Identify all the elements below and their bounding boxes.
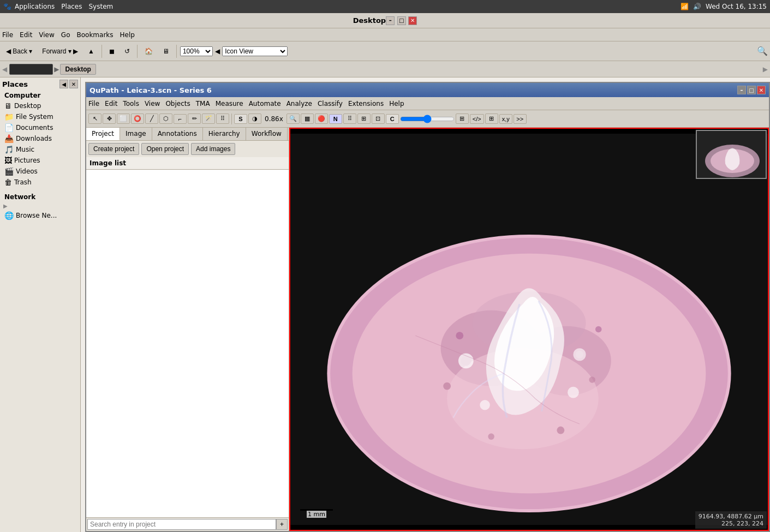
qp-menu-objects[interactable]: Objects [165,100,190,107]
fm-menu-file[interactable]: File [2,31,13,39]
qp-btn-annot[interactable]: 🔴 [315,113,328,124]
qp-menu-edit[interactable]: Edit [105,100,117,107]
zoom-decrease[interactable]: ◀ [215,47,220,55]
places-item-videos[interactable]: 🎬Videos [2,166,78,177]
qp-tool-polygon[interactable]: ⬡ [159,113,172,124]
qp-menu-automate[interactable]: Automate [249,100,281,107]
qp-btn-more[interactable]: >> [514,114,527,124]
back-button[interactable]: ◀ ◀ BackBack ▾ [2,46,36,57]
places-item-filesystem[interactable]: 📁File System [2,111,78,122]
add-images-btn[interactable]: Add images [191,143,235,155]
qp-btn-table[interactable]: ⊞ [485,113,498,124]
qp-btn-code[interactable]: </> [470,114,484,124]
places-item-downloads[interactable]: 📥Downloads [2,133,78,144]
breadcrumb-desktop[interactable]: Desktop [60,64,95,75]
places-item-music[interactable]: 🎵Music [2,144,78,155]
qp-menu-classify[interactable]: Classify [318,100,343,107]
qp-slider[interactable] [400,115,455,123]
qp-menu-file[interactable]: File [88,100,99,107]
maximize-btn[interactable]: □ [397,16,406,25]
qupath-body: Project Image Annotations Hierarchy Work… [86,128,769,531]
qp-close[interactable]: ✕ [757,86,766,94]
view-select[interactable]: Icon View [222,46,288,56]
qp-tool-pointer[interactable]: ↖ [88,113,102,124]
search-submit-btn[interactable]: + [276,519,288,530]
qupath-toolbar: ↖ ✥ ⬜ ⭕ ╱ ⬡ ⌐ ✏ 🪄 ⠿ S ◑ 0.86x 🔍 ▦ 🔴 [86,110,769,128]
minimize-btn[interactable]: – [386,16,395,25]
qupath-tabs: Project Image Annotations Hierarchy Work… [86,128,289,141]
qupath-viewport[interactable]: 1 mm 9164.93, 4887.62 μm 225, 223, 224 [289,128,769,531]
places-item-desktop[interactable]: 🖥Desktop [2,100,78,111]
qp-menu-tools[interactable]: Tools [123,100,139,107]
computer-button[interactable]: 🖥 [159,46,173,57]
image-list-area [86,170,289,517]
qp-btn-grid[interactable]: ⊞ [456,113,469,124]
qp-tool-points[interactable]: ⠿ [216,113,229,124]
qp-btn-contrast[interactable]: ◑ [248,113,261,124]
qp-tool-move[interactable]: ✥ [103,113,116,124]
qp-menu-tma[interactable]: TMA [196,100,210,107]
qp-tool-poly2[interactable]: ⌐ [174,114,187,124]
qp-menu-analyze[interactable]: Analyze [286,100,312,107]
qp-menu-help[interactable]: Help [389,100,404,107]
places-item-pictures[interactable]: 🖼Pictures [2,155,78,166]
qp-tab-hierarchy[interactable]: Hierarchy [203,128,246,140]
slide-image: 1 mm 9164.93, 4887.62 μm 225, 223, 224 [289,128,769,531]
system-menu[interactable]: System [88,3,113,10]
qp-btn-n[interactable]: N [329,114,342,124]
qp-tab-workflow[interactable]: Workflow [246,128,288,140]
places-item-browse-network[interactable]: 🌐Browse Ne... [2,210,78,221]
places-item-documents[interactable]: 📄Documents [2,122,78,133]
qp-minimize[interactable]: – [737,86,746,94]
qp-tool-freehand[interactable]: ✏ [188,113,201,124]
qp-maximize[interactable]: □ [747,86,756,94]
reload-button[interactable]: ↺ [121,46,134,57]
places-item-trash[interactable]: 🗑Trash [2,177,78,188]
qp-tool-ellipse[interactable]: ⭕ [131,113,144,124]
create-project-btn[interactable]: Create project [88,143,139,155]
qp-zoom-fit[interactable]: 🔍 [286,113,300,124]
fm-menu-go[interactable]: Go [61,31,70,39]
zoom-select[interactable]: 100% [180,46,213,56]
search-input[interactable] [87,519,276,530]
qp-btn-tma2[interactable]: ⊞ [357,113,371,124]
places-toggle[interactable]: ◀ [59,80,68,88]
search-button[interactable]: 🔍 [757,46,768,56]
open-project-btn[interactable]: Open project [141,143,189,155]
up-button[interactable]: ▲ [84,46,98,57]
qp-btn-c[interactable]: C [386,114,399,124]
svg-point-41 [595,326,602,333]
stop-button[interactable]: ◼ [105,46,118,57]
breadcrumb-prev[interactable]: ◀ [2,65,7,73]
close-btn[interactable]: ✕ [408,16,417,25]
qp-btn-fill[interactable]: ▦ [301,113,314,124]
svg-point-39 [589,376,595,383]
fm-menu-help[interactable]: Help [120,31,135,39]
qp-tool-wand[interactable]: 🪄 [202,113,215,124]
places-menu[interactable]: Places [61,3,82,10]
qp-btn-coords[interactable]: x,y [499,114,512,124]
qp-btn-overlay[interactable]: ⊡ [372,113,385,124]
qp-btn-cells[interactable]: ⠿ [343,113,356,124]
fm-menu-view[interactable]: View [39,31,54,39]
forward-button[interactable]: Forward ▾ ▶ [38,46,82,57]
qp-menu-measure[interactable]: Measure [216,100,243,107]
applications-menu[interactable]: Applications [15,3,55,10]
fm-menu-edit[interactable]: Edit [20,31,32,39]
qp-menu-view[interactable]: View [145,100,160,107]
fm-menu-bookmarks[interactable]: Bookmarks [76,31,113,39]
qp-btn-s[interactable]: S [234,114,247,124]
qp-menu-extensions[interactable]: Extensions [348,100,384,107]
slide-svg [289,128,769,531]
qp-tab-annotations[interactable]: Annotations [152,128,203,140]
places-close[interactable]: ✕ [69,80,78,88]
fm-title: Desktop [353,16,386,25]
breadcrumb-expand[interactable]: ▶ [763,65,768,73]
qp-tool-line[interactable]: ╱ [145,113,158,124]
places-item-network-arrow[interactable]: ▶ [2,202,78,210]
qp-tab-project[interactable]: Project [86,128,120,140]
breadcrumb-placeholder[interactable] [9,64,53,75]
home-button[interactable]: 🏠 [141,46,157,57]
qp-tool-rect[interactable]: ⬜ [117,113,130,124]
qp-tab-image[interactable]: Image [120,128,152,140]
